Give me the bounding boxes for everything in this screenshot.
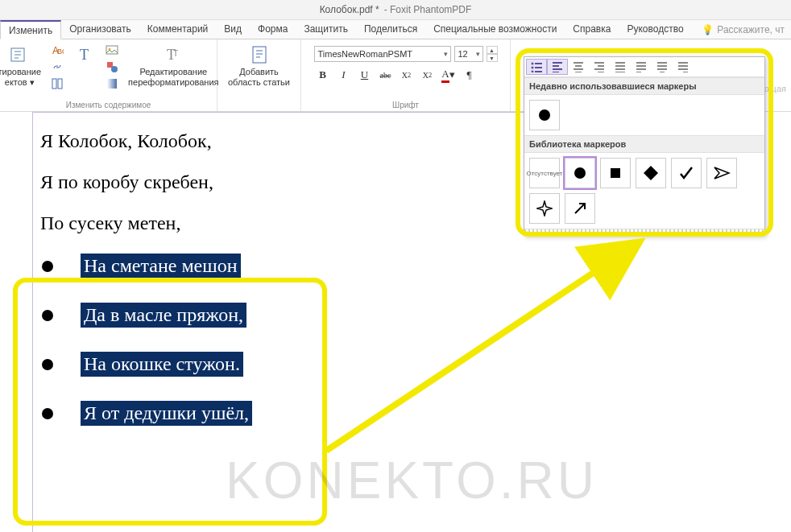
bulleted-list[interactable]: На сметане мешон Да в масле пряжон, На о…	[40, 254, 757, 426]
text-edit-button[interactable]: ABC	[49, 43, 65, 57]
edit-objects-label: тированиеектов ▾	[0, 67, 41, 87]
svg-point-16	[532, 67, 534, 69]
bullet-square[interactable]	[600, 158, 631, 188]
text-icon: T	[73, 44, 96, 65]
svg-rect-17	[535, 67, 542, 68]
align-distribute-button[interactable]	[631, 59, 652, 75]
list-item[interactable]: На сметане мешон	[42, 254, 757, 278]
edit-objects-icon	[8, 44, 31, 65]
bullet-arrow-ne[interactable]	[565, 193, 595, 224]
bold-button[interactable]: B	[314, 67, 332, 83]
bullet-diamond[interactable]	[636, 158, 666, 188]
font-size-combo[interactable]: 12	[454, 46, 483, 62]
svg-point-20	[539, 109, 550, 121]
tell-me-label: Расскажите, чт	[717, 24, 785, 35]
svg-rect-15	[535, 63, 542, 64]
tab-guide[interactable]: Руководство	[619, 20, 691, 39]
align-distribute3-button[interactable]	[673, 59, 694, 75]
tab-help[interactable]: Справка	[565, 20, 619, 39]
svg-text:T: T	[80, 47, 89, 63]
tab-share[interactable]: Поделиться	[356, 20, 425, 39]
bullet-star4[interactable]	[529, 193, 560, 224]
list-item-text[interactable]: На сметане мешон	[81, 254, 241, 278]
list-item-text[interactable]: Да в масле пряжон,	[81, 303, 246, 328]
bullet-icon	[42, 408, 53, 419]
svg-rect-22	[611, 168, 620, 178]
article-icon	[248, 44, 271, 65]
svg-point-9	[111, 66, 118, 72]
group-edit-content: тированиеектов ▾ ABC T TT Редактирование…	[0, 39, 217, 111]
link-button[interactable]	[49, 60, 65, 74]
bullet-disc[interactable]	[565, 158, 595, 188]
reformat-label: Редактированиепереформатирования	[128, 67, 218, 87]
align-distribute2-button[interactable]	[652, 59, 673, 75]
bullets-button[interactable]	[526, 59, 547, 75]
merge-button[interactable]	[49, 76, 65, 91]
bullet-check[interactable]	[671, 158, 702, 188]
shading-button[interactable]	[104, 76, 120, 91]
titlebar: Колобок.pdf * - Foxit PhantomPDF	[0, 0, 791, 20]
bullet-icon	[42, 359, 53, 370]
font-size-stepper[interactable]: ▲▼	[487, 46, 498, 62]
svg-rect-4	[58, 79, 62, 89]
bullet-arrowhead[interactable]	[706, 158, 737, 188]
tab-form[interactable]: Форма	[250, 20, 296, 39]
align-justify-button[interactable]	[610, 59, 631, 75]
svg-rect-13	[253, 47, 266, 63]
tell-me[interactable]: 💡 Расскажите, чт	[702, 20, 791, 39]
library-markers: Отсутствует	[524, 153, 764, 229]
reformat-icon: TT	[162, 44, 184, 65]
svg-point-18	[532, 71, 534, 73]
svg-point-21	[574, 167, 586, 179]
ribbon-tabs: Изменить Организовать Комментарий Вид Фо…	[0, 20, 791, 39]
svg-rect-19	[535, 71, 542, 72]
popup-resize-grip[interactable]	[524, 229, 764, 235]
italic-button[interactable]: I	[335, 67, 353, 83]
align-center-button[interactable]	[568, 59, 589, 75]
dropcap-button[interactable]: ¶	[461, 67, 478, 83]
list-item-text[interactable]: Я от дедушки ушёл,	[81, 401, 252, 426]
shapes-button[interactable]	[104, 60, 120, 74]
group-add-article: Добавитьобласть статьи	[217, 39, 301, 111]
tab-organize[interactable]: Организовать	[61, 20, 139, 39]
tab-comment[interactable]: Комментарий	[139, 20, 217, 39]
bullet-none[interactable]: Отсутствует	[529, 158, 560, 188]
subscript-button[interactable]: X2	[419, 67, 437, 83]
recent-bullet-disc[interactable]	[529, 100, 560, 130]
bullet-icon	[42, 261, 53, 272]
tab-accessibility[interactable]: Специальные возможности	[425, 20, 565, 39]
svg-rect-3	[52, 79, 56, 89]
text-tool-button[interactable]: T	[70, 43, 99, 67]
svg-text:BC: BC	[57, 47, 64, 56]
underline-button[interactable]: U	[356, 67, 374, 83]
group-font-label: Шрифт	[392, 101, 419, 109]
bullet-icon	[42, 310, 53, 321]
recent-markers-header: Недавно использовавшиеся маркеры	[524, 77, 764, 95]
popup-toolbar	[524, 57, 764, 77]
document-title: Колобок.pdf *	[320, 4, 379, 15]
list-item[interactable]: На окошке стужон.	[42, 352, 757, 377]
list-item[interactable]: Да в масле пряжон,	[42, 303, 757, 328]
align-right-button[interactable]	[589, 59, 610, 75]
tab-protect[interactable]: Защитить	[296, 20, 355, 39]
image-button[interactable]	[104, 43, 120, 57]
edit-objects-button[interactable]: тированиеектов ▾	[0, 43, 44, 89]
superscript-button[interactable]: X2	[398, 67, 416, 83]
list-item[interactable]: Я от дедушки ушёл,	[42, 401, 757, 426]
add-article-button[interactable]: Добавитьобласть статьи	[225, 43, 293, 89]
bullets-popup: Недавно использовавшиеся маркеры Библиот…	[524, 56, 765, 236]
tab-edit[interactable]: Изменить	[0, 20, 61, 39]
list-item-text[interactable]: На окошке стужон.	[81, 352, 243, 377]
group-edit-content-label: Изменить содержимое	[66, 101, 151, 109]
font-name-combo[interactable]: TimesNewRomanPSMT	[314, 46, 451, 62]
strike-button[interactable]: abc	[377, 67, 395, 83]
add-article-label: Добавитьобласть статьи	[228, 67, 290, 87]
tab-view[interactable]: Вид	[216, 20, 250, 39]
font-color-button[interactable]: A ▾	[440, 67, 458, 83]
font-size-value: 12	[458, 49, 468, 59]
app-name: - Foxit PhantomPDF	[384, 4, 472, 15]
svg-rect-10	[107, 79, 117, 89]
reformat-button[interactable]: TT Редактированиепереформатирования	[125, 43, 222, 89]
align-left-button[interactable]	[547, 59, 568, 75]
svg-point-14	[532, 63, 534, 65]
